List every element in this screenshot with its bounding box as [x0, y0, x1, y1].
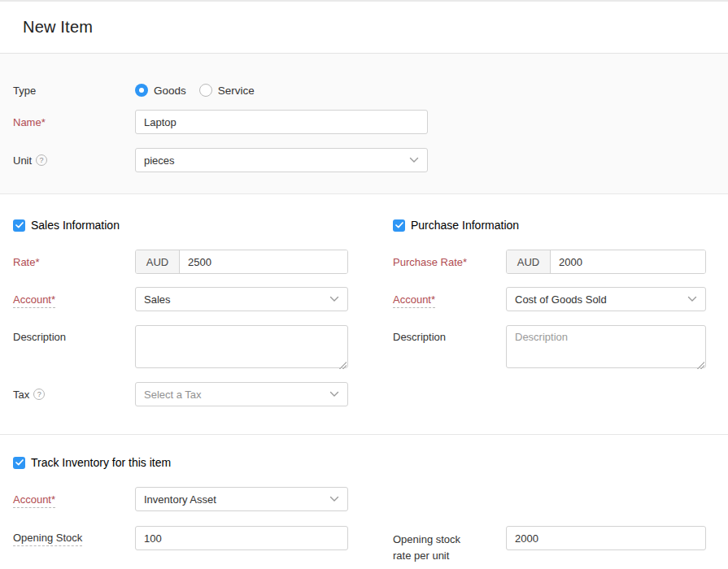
radio-service-label: Service: [218, 85, 255, 97]
sales-description-label: Description: [13, 325, 135, 343]
unit-select-value: pieces: [144, 154, 175, 167]
resize-handle-icon[interactable]: [339, 362, 347, 369]
track-inventory-title: Track Inventory for this item: [31, 456, 171, 469]
item-type-radio-group: Goods Service: [135, 84, 255, 97]
tax-help-icon[interactable]: ?: [33, 389, 45, 400]
inventory-account-label: Account*: [13, 493, 135, 506]
sales-rate-label: Rate*: [13, 256, 135, 268]
chevron-down-icon: [329, 296, 339, 302]
purchase-description-label: Description: [393, 325, 506, 343]
unit-label: Unit ?: [13, 154, 135, 167]
radio-selected-icon[interactable]: [135, 84, 148, 97]
unit-select[interactable]: pieces: [135, 148, 428, 172]
opening-stock-rate-label: Opening stock rate per unit: [393, 526, 506, 564]
new-item-form-page: New Item Type Goods Service Name* Uni: [0, 0, 728, 569]
purchase-info-checkbox[interactable]: [393, 219, 405, 232]
column-gap: [348, 217, 393, 434]
tax-select-placeholder: Select a Tax: [144, 389, 202, 401]
name-label: Name*: [13, 116, 135, 128]
tax-select[interactable]: Select a Tax: [135, 382, 348, 406]
chevron-down-icon: [329, 391, 339, 397]
purchase-account-label: Account*: [393, 293, 506, 306]
purchase-info-title: Purchase Information: [411, 219, 519, 232]
purchase-currency-prefix: AUD: [507, 250, 551, 273]
opening-stock-label: Opening Stock: [13, 526, 135, 544]
sales-rate-field: AUD: [135, 250, 348, 274]
sales-account-label: Account*: [13, 293, 135, 306]
purchase-account-value: Cost of Goods Sold: [515, 293, 607, 306]
purchase-rate-field: AUD: [506, 250, 706, 274]
chevron-down-icon: [409, 157, 419, 163]
radio-option-goods[interactable]: Goods: [135, 84, 186, 97]
purchase-column: Purchase Information Purchase Rate* AUD …: [393, 217, 706, 434]
opening-stock-rate-input[interactable]: [506, 526, 706, 550]
purchase-account-select[interactable]: Cost of Goods Sold: [506, 287, 706, 311]
sales-account-value: Sales: [144, 293, 171, 306]
inventory-section: Track Inventory for this item Account* I…: [0, 434, 728, 564]
page-title: New Item: [23, 18, 93, 37]
sales-purchase-section: Sales Information Rate* AUD Account* Sal…: [0, 194, 728, 434]
name-input[interactable]: [135, 110, 428, 134]
opening-stock-input[interactable]: [135, 526, 348, 550]
sales-column: Sales Information Rate* AUD Account* Sal…: [13, 217, 348, 434]
type-label: Type: [13, 85, 135, 97]
track-inventory-checkbox[interactable]: [13, 457, 25, 469]
sales-info-checkbox[interactable]: [13, 219, 25, 232]
sales-account-select[interactable]: Sales: [135, 287, 348, 311]
purchase-description-textarea[interactable]: [506, 325, 706, 368]
chevron-down-icon: [329, 496, 339, 502]
basic-info-section: Type Goods Service Name* Unit ?: [0, 54, 728, 194]
radio-option-service[interactable]: Service: [199, 84, 255, 97]
chevron-down-icon: [687, 296, 697, 302]
purchase-rate-label: Purchase Rate*: [393, 256, 506, 268]
sales-currency-prefix: AUD: [136, 250, 180, 273]
sales-description-textarea[interactable]: [135, 325, 348, 368]
inventory-account-select[interactable]: Inventory Asset: [135, 487, 348, 511]
unit-help-icon[interactable]: ?: [36, 154, 47, 166]
sales-info-title: Sales Information: [31, 219, 120, 232]
radio-unselected-icon[interactable]: [199, 84, 212, 97]
inventory-account-value: Inventory Asset: [144, 493, 216, 506]
sales-rate-input[interactable]: [180, 250, 347, 273]
purchase-rate-input[interactable]: [551, 250, 706, 273]
page-header: New Item: [0, 2, 728, 54]
tax-label: Tax ?: [13, 389, 135, 401]
resize-handle-icon[interactable]: [697, 362, 704, 369]
radio-goods-label: Goods: [154, 85, 186, 97]
